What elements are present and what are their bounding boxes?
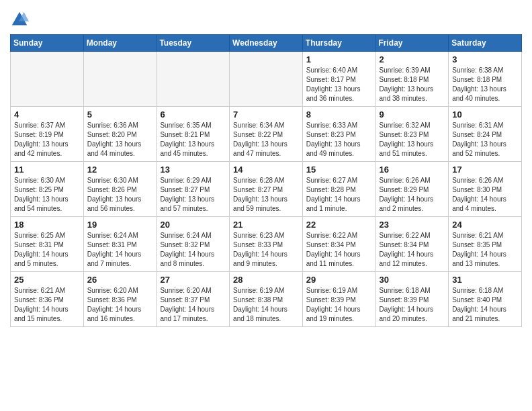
calendar-day-cell: 24Sunrise: 6:21 AMSunset: 8:35 PMDayligh… xyxy=(449,217,522,272)
day-number: 8 xyxy=(306,109,372,120)
day-info: Sunrise: 6:30 AMSunset: 8:25 PMDaylight:… xyxy=(14,176,80,214)
calendar-day-cell: 20Sunrise: 6:24 AMSunset: 8:32 PMDayligh… xyxy=(157,217,230,272)
day-info: Sunrise: 6:22 AMSunset: 8:34 PMDaylight:… xyxy=(380,231,445,269)
day-number: 17 xyxy=(452,165,518,175)
calendar-day-cell: 4Sunrise: 6:37 AMSunset: 8:19 PMDaylight… xyxy=(11,107,84,162)
calendar-day-cell: 15Sunrise: 6:27 AMSunset: 8:28 PMDayligh… xyxy=(302,162,375,217)
day-number: 29 xyxy=(306,275,372,285)
day-number: 13 xyxy=(160,165,226,175)
day-info: Sunrise: 6:28 AMSunset: 8:27 PMDaylight:… xyxy=(233,176,299,214)
calendar-day-cell: 9Sunrise: 6:32 AMSunset: 8:23 PMDaylight… xyxy=(375,107,449,162)
day-info: Sunrise: 6:21 AMSunset: 8:35 PMDaylight:… xyxy=(452,231,518,269)
calendar-week-row: 25Sunrise: 6:21 AMSunset: 8:36 PMDayligh… xyxy=(11,272,522,327)
day-number: 1 xyxy=(306,54,372,64)
day-number: 6 xyxy=(160,109,226,120)
page-header xyxy=(10,7,522,29)
day-info: Sunrise: 6:24 AMSunset: 8:32 PMDaylight:… xyxy=(160,231,226,269)
calendar-day-cell: 22Sunrise: 6:22 AMSunset: 8:34 PMDayligh… xyxy=(302,217,375,272)
calendar-header-row: SundayMondayTuesdayWednesdayThursdayFrid… xyxy=(11,35,522,52)
page-container: SundayMondayTuesdayWednesdayThursdayFrid… xyxy=(0,0,532,337)
day-info: Sunrise: 6:38 AMSunset: 8:18 PMDaylight:… xyxy=(452,66,518,103)
calendar-day-cell: 13Sunrise: 6:29 AMSunset: 8:27 PMDayligh… xyxy=(157,162,230,217)
calendar-day-cell: 26Sunrise: 6:20 AMSunset: 8:36 PMDayligh… xyxy=(83,272,157,327)
day-number: 16 xyxy=(380,165,445,175)
day-number: 21 xyxy=(233,220,299,230)
calendar-day-cell: 11Sunrise: 6:30 AMSunset: 8:25 PMDayligh… xyxy=(11,162,84,217)
calendar-day-cell: 25Sunrise: 6:21 AMSunset: 8:36 PMDayligh… xyxy=(11,272,84,327)
day-info: Sunrise: 6:27 AMSunset: 8:28 PMDaylight:… xyxy=(306,176,372,214)
day-of-week-header: Sunday xyxy=(11,35,84,52)
day-info: Sunrise: 6:20 AMSunset: 8:36 PMDaylight:… xyxy=(87,286,153,324)
day-number: 4 xyxy=(14,109,80,120)
day-info: Sunrise: 6:35 AMSunset: 8:21 PMDaylight:… xyxy=(160,121,226,158)
day-of-week-header: Friday xyxy=(375,35,449,52)
calendar-day-cell: 23Sunrise: 6:22 AMSunset: 8:34 PMDayligh… xyxy=(375,217,449,272)
day-number: 7 xyxy=(233,109,299,120)
day-info: Sunrise: 6:30 AMSunset: 8:26 PMDaylight:… xyxy=(87,176,153,214)
calendar-day-cell: 19Sunrise: 6:24 AMSunset: 8:31 PMDayligh… xyxy=(83,217,157,272)
calendar-day-cell: 3Sunrise: 6:38 AMSunset: 8:18 PMDaylight… xyxy=(449,52,522,107)
day-info: Sunrise: 6:39 AMSunset: 8:18 PMDaylight:… xyxy=(380,66,445,103)
day-number: 10 xyxy=(452,109,518,120)
calendar-day-cell: 29Sunrise: 6:19 AMSunset: 8:39 PMDayligh… xyxy=(302,272,375,327)
day-info: Sunrise: 6:32 AMSunset: 8:23 PMDaylight:… xyxy=(380,121,445,158)
day-info: Sunrise: 6:20 AMSunset: 8:37 PMDaylight:… xyxy=(160,286,226,324)
calendar-day-cell: 6Sunrise: 6:35 AMSunset: 8:21 PMDaylight… xyxy=(157,107,230,162)
day-info: Sunrise: 6:34 AMSunset: 8:22 PMDaylight:… xyxy=(233,121,299,158)
calendar-day-cell: 18Sunrise: 6:25 AMSunset: 8:31 PMDayligh… xyxy=(11,217,84,272)
day-number: 24 xyxy=(452,220,518,230)
day-number: 19 xyxy=(87,220,153,230)
calendar-day-cell: 2Sunrise: 6:39 AMSunset: 8:18 PMDaylight… xyxy=(375,52,449,107)
calendar-day-cell: 27Sunrise: 6:20 AMSunset: 8:37 PMDayligh… xyxy=(157,272,230,327)
day-number: 30 xyxy=(380,275,445,285)
day-of-week-header: Wednesday xyxy=(230,35,303,52)
calendar-table: SundayMondayTuesdayWednesdayThursdayFrid… xyxy=(10,34,522,327)
day-info: Sunrise: 6:18 AMSunset: 8:39 PMDaylight:… xyxy=(380,286,445,324)
calendar-day-cell: 17Sunrise: 6:26 AMSunset: 8:30 PMDayligh… xyxy=(449,162,522,217)
calendar-day-cell: 7Sunrise: 6:34 AMSunset: 8:22 PMDaylight… xyxy=(230,107,303,162)
day-number: 25 xyxy=(14,275,80,285)
calendar-day-cell: 8Sunrise: 6:33 AMSunset: 8:23 PMDaylight… xyxy=(302,107,375,162)
day-number: 12 xyxy=(87,165,153,175)
day-number: 2 xyxy=(380,54,445,64)
day-info: Sunrise: 6:29 AMSunset: 8:27 PMDaylight:… xyxy=(160,176,226,214)
calendar-week-row: 18Sunrise: 6:25 AMSunset: 8:31 PMDayligh… xyxy=(11,217,522,272)
day-info: Sunrise: 6:21 AMSunset: 8:36 PMDaylight:… xyxy=(14,286,80,324)
day-info: Sunrise: 6:24 AMSunset: 8:31 PMDaylight:… xyxy=(87,231,153,269)
day-number: 11 xyxy=(14,165,80,175)
day-info: Sunrise: 6:33 AMSunset: 8:23 PMDaylight:… xyxy=(306,121,372,158)
calendar-day-cell: 10Sunrise: 6:31 AMSunset: 8:24 PMDayligh… xyxy=(449,107,522,162)
day-info: Sunrise: 6:40 AMSunset: 8:17 PMDaylight:… xyxy=(306,66,372,103)
calendar-day-cell xyxy=(157,52,230,107)
calendar-day-cell: 16Sunrise: 6:26 AMSunset: 8:29 PMDayligh… xyxy=(375,162,449,217)
day-of-week-header: Saturday xyxy=(449,35,522,52)
day-of-week-header: Tuesday xyxy=(157,35,230,52)
day-of-week-header: Thursday xyxy=(302,35,375,52)
day-number: 27 xyxy=(160,275,226,285)
calendar-day-cell: 5Sunrise: 6:36 AMSunset: 8:20 PMDaylight… xyxy=(83,107,157,162)
calendar-day-cell xyxy=(11,52,84,107)
day-number: 15 xyxy=(306,165,372,175)
logo-icon xyxy=(10,10,29,29)
day-info: Sunrise: 6:19 AMSunset: 8:38 PMDaylight:… xyxy=(233,286,299,324)
calendar-day-cell xyxy=(83,52,157,107)
day-info: Sunrise: 6:23 AMSunset: 8:33 PMDaylight:… xyxy=(233,231,299,269)
calendar-day-cell: 12Sunrise: 6:30 AMSunset: 8:26 PMDayligh… xyxy=(83,162,157,217)
day-number: 3 xyxy=(452,54,518,64)
day-info: Sunrise: 6:37 AMSunset: 8:19 PMDaylight:… xyxy=(14,121,80,158)
day-number: 18 xyxy=(14,220,80,230)
calendar-day-cell: 1Sunrise: 6:40 AMSunset: 8:17 PMDaylight… xyxy=(302,52,375,107)
calendar-day-cell: 30Sunrise: 6:18 AMSunset: 8:39 PMDayligh… xyxy=(375,272,449,327)
calendar-day-cell xyxy=(230,52,303,107)
day-info: Sunrise: 6:22 AMSunset: 8:34 PMDaylight:… xyxy=(306,231,372,269)
day-number: 14 xyxy=(233,165,299,175)
calendar-day-cell: 28Sunrise: 6:19 AMSunset: 8:38 PMDayligh… xyxy=(230,272,303,327)
day-info: Sunrise: 6:19 AMSunset: 8:39 PMDaylight:… xyxy=(306,286,372,324)
day-number: 20 xyxy=(160,220,226,230)
calendar-week-row: 11Sunrise: 6:30 AMSunset: 8:25 PMDayligh… xyxy=(11,162,522,217)
day-number: 22 xyxy=(306,220,372,230)
day-info: Sunrise: 6:26 AMSunset: 8:29 PMDaylight:… xyxy=(380,176,445,214)
day-info: Sunrise: 6:25 AMSunset: 8:31 PMDaylight:… xyxy=(14,231,80,269)
day-number: 26 xyxy=(87,275,153,285)
day-number: 31 xyxy=(452,275,518,285)
